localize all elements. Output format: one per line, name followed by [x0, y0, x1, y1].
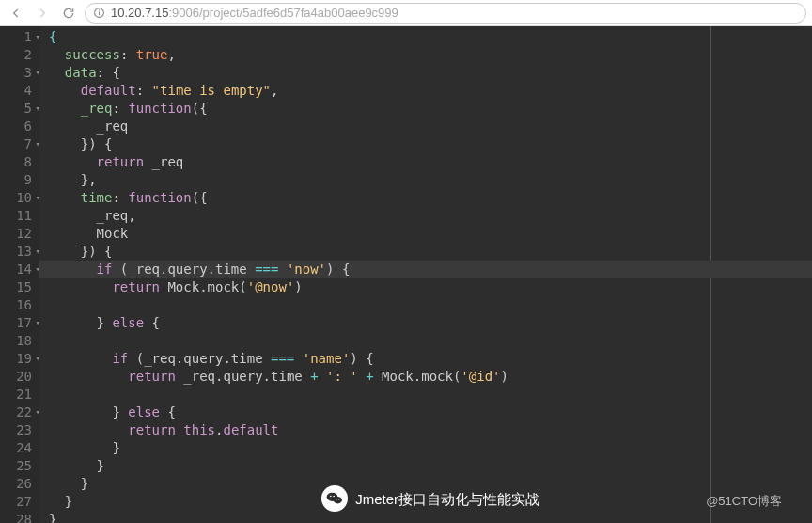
svg-point-5 — [330, 496, 332, 498]
code-line[interactable] — [39, 332, 812, 350]
watermark: @51CTO博客 — [706, 492, 782, 510]
reload-button[interactable] — [58, 3, 79, 24]
info-icon — [93, 7, 105, 19]
code-line[interactable]: _req, — [39, 207, 812, 225]
svg-point-7 — [336, 499, 337, 499]
code-line[interactable]: return Mock.mock('@now') — [39, 278, 812, 296]
reload-icon — [62, 7, 75, 20]
code-line[interactable] — [39, 296, 812, 314]
code-line[interactable]: _req — [39, 118, 812, 135]
code-line[interactable]: Mock — [39, 225, 812, 243]
arrow-left-icon — [9, 7, 23, 20]
code-line[interactable]: } else { — [39, 404, 812, 421]
code-line[interactable]: }, — [39, 171, 812, 189]
svg-point-4 — [334, 497, 342, 504]
code-line[interactable]: success: true, — [39, 46, 812, 64]
code-line[interactable]: }) { — [39, 243, 812, 261]
back-button[interactable] — [6, 3, 26, 24]
code-line[interactable]: data: { — [39, 64, 812, 82]
code-line[interactable]: { — [39, 28, 812, 46]
wechat-icon — [321, 485, 348, 512]
code-line[interactable]: _req: function({ — [39, 100, 812, 118]
code-area[interactable]: { success: true, data: { default: "time … — [39, 26, 812, 523]
address-bar[interactable]: 10.20.7.15:9006/project/5adfe6d57fa4ab00… — [85, 3, 806, 24]
code-line[interactable] — [39, 386, 812, 404]
browser-toolbar: 10.20.7.15:9006/project/5adfe6d57fa4ab00… — [0, 0, 812, 26]
code-line[interactable]: return _req.query.time + ': ' + Mock.moc… — [39, 368, 812, 386]
wechat-badge: Jmeter接口自动化与性能实战 — [321, 485, 539, 512]
code-line[interactable]: time: function({ — [39, 189, 812, 207]
code-line[interactable]: } — [39, 439, 812, 457]
code-line[interactable]: if (_req.query.time === 'name') { — [39, 350, 812, 368]
arrow-right-icon — [36, 7, 49, 20]
code-line[interactable]: return this.default — [39, 421, 812, 439]
code-line[interactable]: if (_req.query.time === 'now') { — [39, 261, 812, 278]
forward-button[interactable] — [32, 3, 53, 24]
code-line[interactable]: }) { — [39, 135, 812, 153]
code-line[interactable]: return _req — [39, 153, 812, 171]
line-gutter: 1234567891011121314151617181920212223242… — [0, 26, 39, 523]
url-text: 10.20.7.15:9006/project/5adfe6d57fa4ab00… — [111, 6, 398, 20]
svg-point-8 — [338, 499, 339, 499]
code-line[interactable]: } — [39, 457, 812, 475]
svg-point-6 — [333, 496, 335, 498]
code-line[interactable]: } else { — [39, 314, 812, 332]
code-line[interactable]: default: "time is empty", — [39, 82, 812, 100]
svg-point-2 — [99, 9, 100, 10]
badge-text: Jmeter接口自动化与性能实战 — [355, 490, 539, 508]
code-editor[interactable]: 1234567891011121314151617181920212223242… — [0, 26, 812, 523]
code-line[interactable]: } — [39, 511, 812, 523]
